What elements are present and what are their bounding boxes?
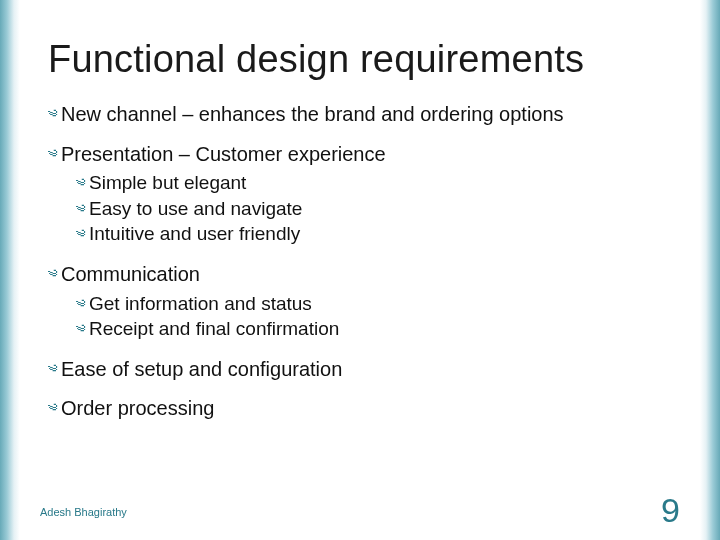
bullet-text: Easy to use and navigate <box>89 198 302 220</box>
bullet-text: Order processing <box>61 397 214 420</box>
bullet-level1: ༄ Communication <box>48 263 672 287</box>
swirl-icon: ༄ <box>76 200 81 222</box>
bullet-level2: ༄ Simple but elegant <box>76 172 672 196</box>
accent-strip-left <box>0 0 20 540</box>
swirl-icon: ༄ <box>48 105 53 127</box>
footer-page-number: 9 <box>661 491 680 530</box>
bullet-level2: ༄ Easy to use and navigate <box>76 198 672 222</box>
footer-author: Adesh Bhagirathy <box>40 506 127 518</box>
bullet-level2: ༄ Receipt and final confirmation <box>76 318 672 342</box>
swirl-icon: ༄ <box>48 145 53 167</box>
bullet-level1: ༄ Presentation – Customer experience <box>48 143 672 167</box>
bullet-text: Simple but elegant <box>89 172 246 194</box>
swirl-icon: ༄ <box>76 320 81 342</box>
bullet-text: Get information and status <box>89 293 312 315</box>
swirl-icon: ༄ <box>76 295 81 317</box>
swirl-icon: ༄ <box>48 360 53 382</box>
swirl-icon: ༄ <box>76 174 81 196</box>
slide-title: Functional design requirements <box>48 38 672 81</box>
bullet-level1: ༄ Order processing <box>48 397 672 421</box>
accent-strip-right <box>700 0 720 540</box>
bullet-text: Presentation – Customer experience <box>61 143 386 166</box>
swirl-icon: ༄ <box>48 399 53 421</box>
bullet-level2: ༄ Get information and status <box>76 293 672 317</box>
bullet-level1: ༄ Ease of setup and configuration <box>48 358 672 382</box>
bullet-text: New channel – enhances the brand and ord… <box>61 103 564 126</box>
bullet-text: Communication <box>61 263 200 286</box>
swirl-icon: ༄ <box>48 265 53 287</box>
bullet-level2-group: ༄ Get information and status ༄ Receipt a… <box>76 293 672 342</box>
bullet-level1: ༄ New channel – enhances the brand and o… <box>48 103 672 127</box>
slide-content: Functional design requirements ༄ New cha… <box>48 38 672 437</box>
bullet-level2-group: ༄ Simple but elegant ༄ Easy to use and n… <box>76 172 672 247</box>
bullet-level2: ༄ Intuitive and user friendly <box>76 223 672 247</box>
swirl-icon: ༄ <box>76 225 81 247</box>
slide: Functional design requirements ༄ New cha… <box>0 0 720 540</box>
bullet-text: Intuitive and user friendly <box>89 223 300 245</box>
bullet-text: Ease of setup and configuration <box>61 358 342 381</box>
bullet-text: Receipt and final confirmation <box>89 318 339 340</box>
